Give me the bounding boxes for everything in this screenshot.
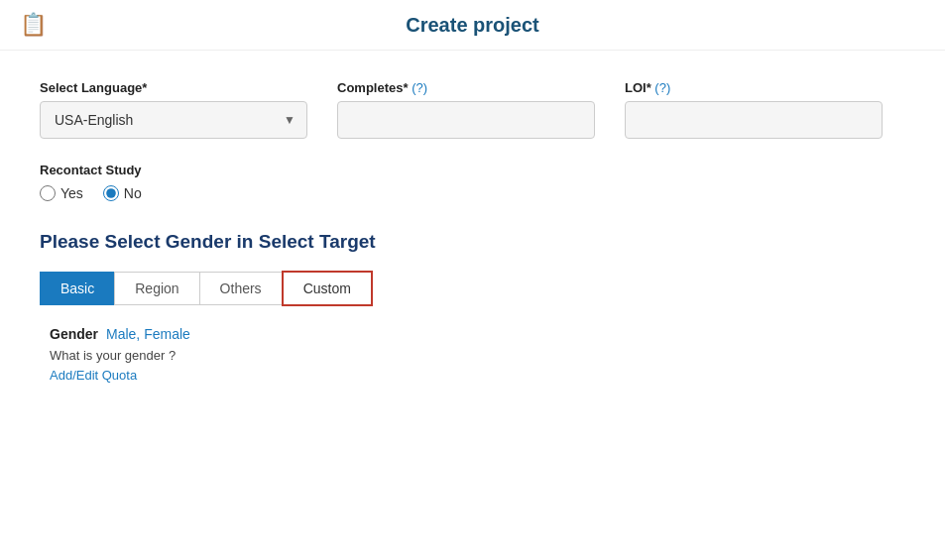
radio-yes[interactable]: Yes (40, 185, 83, 201)
radio-yes-input[interactable] (40, 185, 56, 201)
radio-group: Yes No (40, 185, 905, 201)
radio-no-label: No (124, 185, 142, 201)
loi-input[interactable] (625, 101, 883, 139)
language-select[interactable]: USA-English (40, 101, 307, 139)
radio-no-input[interactable] (103, 185, 119, 201)
recontact-label: Recontact Study (40, 163, 905, 177)
radio-no[interactable]: No (103, 185, 142, 201)
tab-region[interactable]: Region (114, 272, 198, 305)
completes-input[interactable] (337, 101, 595, 139)
tabs-row: Basic Region Others Custom (40, 271, 905, 306)
gender-label: Gender (50, 326, 98, 342)
gender-question: What is your gender ? (50, 348, 905, 363)
app-logo-icon: 📋 (20, 12, 47, 38)
page-title: Create project (406, 14, 539, 37)
gender-value: Male, Female (106, 326, 190, 342)
target-section: Please Select Gender in Select Target Ba… (40, 231, 905, 383)
tab-basic[interactable]: Basic (40, 272, 114, 305)
completes-help-icon[interactable]: (?) (412, 80, 427, 95)
gender-section: Gender Male, Female What is your gender … (50, 326, 905, 383)
language-label: Select Language* (40, 80, 307, 95)
radio-yes-label: Yes (60, 185, 83, 201)
language-select-wrapper: USA-English ▼ (40, 101, 307, 139)
header: 📋 Create project (0, 0, 945, 51)
add-edit-quota-link[interactable]: Add/Edit Quota (50, 368, 137, 383)
tab-custom[interactable]: Custom (282, 271, 373, 306)
form-row-top: Select Language* USA-English ▼ Completes… (40, 80, 905, 139)
recontact-section: Recontact Study Yes No (40, 163, 905, 201)
gender-row: Gender Male, Female (50, 326, 905, 342)
main-content: Select Language* USA-English ▼ Completes… (0, 51, 945, 412)
target-section-title: Please Select Gender in Select Target (40, 231, 905, 253)
completes-group: Completes* (?) (337, 80, 595, 139)
completes-label: Completes* (?) (337, 80, 595, 95)
loi-label: LOI* (?) (625, 80, 883, 95)
loi-help-icon[interactable]: (?) (654, 80, 670, 95)
loi-group: LOI* (?) (625, 80, 883, 139)
tab-others[interactable]: Others (199, 272, 282, 305)
language-group: Select Language* USA-English ▼ (40, 80, 307, 139)
